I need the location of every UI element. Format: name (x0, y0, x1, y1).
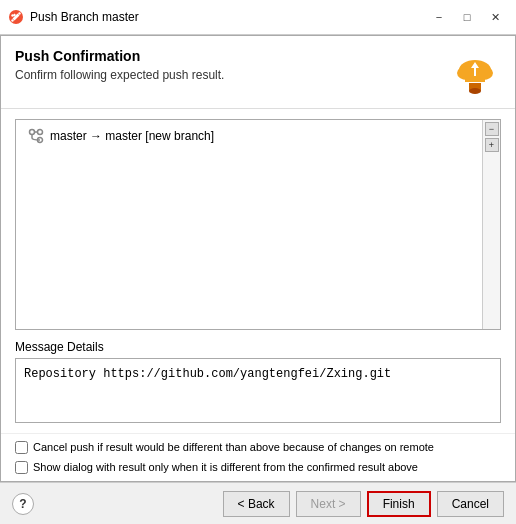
show-dialog-checkbox[interactable] (15, 461, 28, 474)
finish-button[interactable]: Finish (367, 491, 431, 517)
svg-point-12 (30, 130, 35, 135)
minimize-button[interactable]: − (426, 7, 452, 27)
footer: ? < Back Next > Finish Cancel (0, 482, 516, 524)
title-bar-controls: − □ ✕ (426, 7, 508, 27)
scroll-collapse-btn[interactable]: − (485, 122, 499, 136)
title-bar: Push Branch master − □ ✕ (0, 0, 516, 35)
window-title: Push Branch master (30, 10, 139, 24)
header-subtitle: Confirm following expected push result. (15, 68, 449, 82)
branch-scrollbar: − + (482, 120, 500, 329)
content-section: master → master [new branch] − + Message… (1, 109, 515, 433)
header-section: Push Confirmation Confirm following expe… (1, 36, 515, 109)
svg-point-2 (11, 19, 13, 21)
next-button[interactable]: Next > (296, 491, 361, 517)
help-button[interactable]: ? (12, 493, 34, 515)
svg-point-10 (469, 88, 481, 94)
branch-box: master → master [new branch] − + (15, 119, 501, 330)
git-icon (8, 9, 24, 25)
header-text: Push Confirmation Confirm following expe… (15, 48, 449, 82)
maximize-button[interactable]: □ (454, 7, 480, 27)
cancel-push-label: Cancel push if result would be different… (33, 440, 434, 455)
message-box: Repository https://github.com/yangtengfe… (15, 358, 501, 423)
branch-list: master → master [new branch] (16, 120, 482, 329)
push-cloud-icon (449, 48, 501, 100)
cancel-button[interactable]: Cancel (437, 491, 504, 517)
cancel-push-checkbox[interactable] (15, 441, 28, 454)
dialog-body: Push Confirmation Confirm following expe… (0, 35, 516, 482)
close-button[interactable]: ✕ (482, 7, 508, 27)
checkbox-row-1: Cancel push if result would be different… (15, 440, 501, 455)
checkbox-row-2: Show dialog with result only when it is … (15, 460, 501, 475)
message-label: Message Details (15, 340, 501, 354)
svg-point-1 (18, 12, 20, 14)
branch-item-text: master → master [new branch] (50, 129, 214, 143)
header-title: Push Confirmation (15, 48, 449, 64)
scroll-expand-btn[interactable]: + (485, 138, 499, 152)
branch-item-icon (28, 128, 44, 144)
svg-point-14 (38, 130, 43, 135)
checkboxes-section: Cancel push if result would be different… (1, 433, 515, 481)
branch-item: master → master [new branch] (24, 126, 474, 146)
footer-right: < Back Next > Finish Cancel (223, 491, 504, 517)
message-section: Message Details Repository https://githu… (15, 340, 501, 423)
show-dialog-label: Show dialog with result only when it is … (33, 460, 418, 475)
header-icon-area (449, 48, 501, 100)
footer-left: ? (12, 493, 34, 515)
back-button[interactable]: < Back (223, 491, 290, 517)
svg-point-3 (11, 14, 13, 16)
title-bar-left: Push Branch master (8, 9, 139, 25)
